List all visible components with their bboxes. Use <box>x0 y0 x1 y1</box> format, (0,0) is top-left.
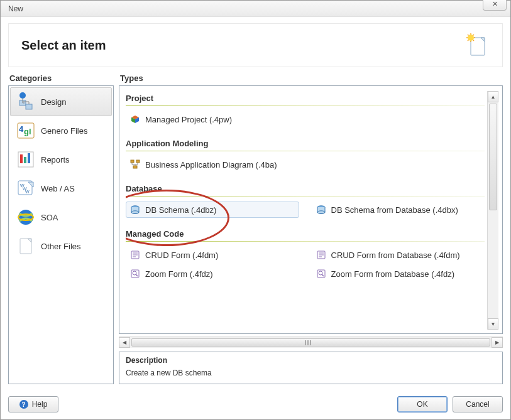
category-label: Reports <box>41 155 70 164</box>
svg-rect-18 <box>20 154 23 163</box>
types-column: Types ProjectManaged Project (.4pw)Appli… <box>119 71 503 384</box>
page-title: Select an item <box>21 38 106 53</box>
description-panel: Description Create a new DB schema <box>119 352 503 384</box>
description-label: Description <box>126 356 496 365</box>
blank-icon <box>16 236 36 256</box>
separator <box>126 196 485 197</box>
horizontal-scrollbar[interactable]: ◀ ▶ <box>119 337 503 348</box>
footer: ? Help OK Cancel <box>1 389 510 419</box>
svg-rect-35 <box>133 166 137 168</box>
zoom-icon <box>130 269 140 279</box>
main-content: Categories Design4glGenero FilesReportsW… <box>1 71 510 389</box>
type-label: Business Application Diagram (.4ba) <box>145 160 277 170</box>
category-item-genero[interactable]: 4glGenero Files <box>10 116 112 145</box>
scroll-up-button[interactable]: ▲ <box>488 91 498 102</box>
close-button[interactable]: ✕ <box>483 0 507 11</box>
type-grid: CRUD Form (.4fdm)CRUD Form from Database… <box>126 247 485 282</box>
type-item[interactable]: CRUD Form from Database (.4fdm) <box>312 247 485 263</box>
categories-label: Categories <box>8 71 114 85</box>
svg-rect-20 <box>28 153 30 163</box>
types-list[interactable]: ProjectManaged Project (.4pw)Application… <box>126 91 487 330</box>
hscroll-track[interactable] <box>130 337 492 348</box>
form-icon <box>316 250 326 260</box>
category-label: Design <box>41 97 66 107</box>
svg-point-26 <box>18 210 33 225</box>
group-header: Project <box>126 91 485 104</box>
types-label: Types <box>119 71 503 85</box>
type-label: DB Schema from Database (.4dbx) <box>331 205 458 215</box>
type-grid: DB Schema (.4dbz)DB Schema from Database… <box>126 202 485 218</box>
help-button[interactable]: ? Help <box>8 396 58 412</box>
globe-icon <box>16 207 36 227</box>
design-icon <box>16 92 36 112</box>
db-icon <box>316 205 326 215</box>
type-grid: Business Application Diagram (.4ba) <box>126 156 485 173</box>
ok-label: OK <box>417 400 427 409</box>
form-icon <box>130 250 140 260</box>
svg-rect-33 <box>131 160 134 163</box>
type-label: Managed Project (.4pw) <box>145 115 232 124</box>
type-item[interactable]: Managed Project (.4pw) <box>126 111 299 127</box>
scroll-down-button[interactable]: ▼ <box>488 318 498 330</box>
type-item[interactable]: Zoom Form (.4fdz) <box>126 266 299 282</box>
svg-line-10 <box>473 35 475 36</box>
new-file-icon <box>464 33 490 58</box>
type-item[interactable]: DB Schema (.4dbz) <box>126 202 299 218</box>
types-panel: ProjectManaged Project (.4pw)Application… <box>119 85 503 334</box>
svg-text:W: W <box>25 190 30 194</box>
categories-column: Categories Design4glGenero FilesReportsW… <box>8 71 114 384</box>
type-item[interactable]: CRUD Form (.4fdm) <box>126 247 299 263</box>
category-label: Other Files <box>41 242 81 251</box>
category-label: Genero Files <box>41 126 87 136</box>
type-label: CRUD Form (.4fdm) <box>145 250 218 260</box>
scroll-left-button[interactable]: ◀ <box>119 337 130 348</box>
close-icon: ✕ <box>492 0 498 8</box>
type-label: CRUD Form from Database (.4fdm) <box>331 250 460 260</box>
group-header: Database <box>126 181 485 195</box>
group-header: Managed Code <box>126 227 485 240</box>
4gl-icon: 4gl <box>16 121 36 141</box>
zoom-icon <box>316 269 326 279</box>
cancel-button[interactable]: Cancel <box>453 396 503 412</box>
category-label: SOA <box>41 213 58 222</box>
svg-rect-19 <box>24 157 26 163</box>
db-icon <box>130 205 140 215</box>
reports-icon <box>16 149 36 170</box>
scroll-thumb[interactable] <box>489 104 497 210</box>
type-label: Zoom Form from Database (.4fdz) <box>331 269 455 279</box>
www-icon: WWW <box>16 178 36 198</box>
window-title: New <box>6 4 23 13</box>
separator <box>126 151 485 151</box>
category-label: Web / AS <box>41 184 75 193</box>
header-banner: Select an item <box>8 23 503 67</box>
category-item-other[interactable]: Other Files <box>10 232 112 261</box>
scroll-right-button[interactable]: ▶ <box>492 337 503 348</box>
type-item[interactable]: Zoom Form from Database (.4fdz) <box>312 266 485 282</box>
type-grid: Managed Project (.4pw) <box>126 111 485 127</box>
separator <box>126 105 485 106</box>
help-icon: ? <box>19 400 28 409</box>
description-text: Create a new DB schema <box>126 369 496 377</box>
diagram-icon <box>130 159 140 170</box>
category-item-design[interactable]: Design <box>10 87 112 116</box>
cancel-label: Cancel <box>466 400 489 409</box>
type-label: DB Schema (.4dbz) <box>145 205 216 215</box>
scroll-track[interactable] <box>488 102 498 318</box>
svg-text:gl: gl <box>24 127 31 136</box>
separator <box>126 241 485 242</box>
type-item[interactable]: DB Schema from Database (.4dbx) <box>312 202 485 218</box>
category-item-soa[interactable]: SOA <box>10 203 112 232</box>
type-item[interactable]: Business Application Diagram (.4ba) <box>126 156 299 173</box>
svg-rect-13 <box>26 104 32 109</box>
vertical-scrollbar[interactable]: ▲ ▼ <box>487 91 498 330</box>
categories-list[interactable]: Design4glGenero FilesReportsWWWWeb / ASS… <box>8 85 114 384</box>
category-item-webas[interactable]: WWWWeb / AS <box>10 174 112 203</box>
ok-button[interactable]: OK <box>397 396 448 412</box>
hscroll-thumb[interactable] <box>131 338 490 347</box>
group-header: Application Modeling <box>126 136 485 149</box>
help-label: Help <box>32 400 48 409</box>
category-item-reports[interactable]: Reports <box>10 145 112 174</box>
titlebar: New ✕ <box>1 1 510 17</box>
svg-line-7 <box>468 35 469 36</box>
dialog-window: New ✕ Select an item <box>0 0 511 420</box>
